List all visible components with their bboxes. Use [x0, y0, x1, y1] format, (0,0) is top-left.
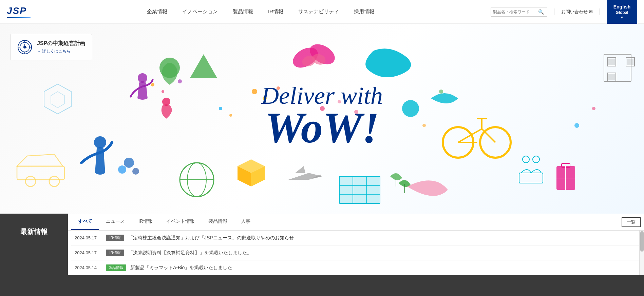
news-item: 2024.05.17 IR情報 「決算説明資料【決算補足資料】」を掲載いたしまし… — [71, 245, 641, 260]
divider — [554, 8, 554, 15]
svg-point-68 — [219, 107, 222, 110]
campaign-box: JSPの中期経営計画 → 詳しくはこちら — [10, 34, 92, 60]
svg-point-65 — [151, 83, 154, 86]
svg-point-23 — [443, 127, 473, 158]
svg-point-32 — [118, 165, 126, 174]
svg-point-34 — [180, 163, 214, 197]
news-tabs: すべて ニュース IR情報 イベント情報 製品情報 人事 一覧 — [68, 214, 644, 231]
svg-rect-50 — [626, 58, 634, 66]
news-item: 2024.05.17 IR情報 「定時株主総会決議通知」および「JSPニュース」… — [71, 231, 641, 245]
hero-text: Deliver with WoW! — [261, 83, 383, 147]
svg-point-17 — [252, 89, 257, 94]
campaign-title: JSPの中期経営計画 — [37, 40, 85, 47]
news-list: 2024.05.17 IR情報 「定時株主総会決議通知」および「JSPニュース」… — [68, 231, 644, 275]
svg-marker-39 — [251, 166, 265, 186]
svg-point-12 — [301, 54, 317, 68]
nav-item-company[interactable]: 企業情報 — [139, 6, 175, 18]
svg-rect-62 — [17, 166, 64, 180]
svg-point-76 — [402, 100, 419, 117]
svg-point-71 — [422, 124, 426, 127]
tab-news[interactable]: ニュース — [99, 214, 132, 230]
main-nav: 企業情報 イノベーション 製品情報 IR情報 サステナビリティ 採用情報 — [139, 6, 382, 18]
svg-rect-54 — [608, 74, 615, 80]
contact-label: お問い合わせ — [561, 9, 588, 15]
svg-point-63 — [25, 176, 36, 186]
svg-point-35 — [187, 163, 206, 197]
news-title[interactable]: 新製品「ミラマットA-Bio」を掲載いたしました — [130, 265, 232, 271]
scrollbar[interactable] — [639, 231, 644, 275]
svg-point-73 — [592, 107, 595, 110]
svg-point-72 — [574, 123, 579, 128]
nav-item-sustainability[interactable]: サステナビリティ — [291, 6, 346, 18]
campaign-icon — [17, 40, 32, 55]
lang-global: Global — [615, 10, 628, 15]
scrollbar-thumb[interactable] — [640, 231, 644, 252]
header-right: 🔍 お問い合わせ ✉ English Global ▼ — [491, 0, 637, 24]
svg-point-56 — [533, 156, 539, 163]
logo-underline — [7, 17, 31, 18]
svg-point-30 — [94, 136, 106, 149]
news-label: 最新情報 — [0, 214, 68, 236]
language-button[interactable]: English Global ▼ — [607, 0, 637, 24]
nav-item-ir[interactable]: IR情報 — [261, 6, 291, 18]
divider2 — [600, 8, 600, 15]
svg-marker-38 — [238, 166, 251, 186]
hero-headline-2: WoW! — [261, 108, 383, 147]
svg-point-55 — [523, 156, 529, 163]
logo[interactable]: JSP — [7, 5, 31, 16]
svg-point-64 — [49, 176, 59, 186]
svg-rect-48 — [604, 54, 631, 81]
news-badge-ir: IR情報 — [106, 250, 124, 256]
svg-point-13 — [311, 52, 327, 66]
svg-rect-59 — [562, 163, 570, 167]
search-button[interactable]: 🔍 — [537, 9, 545, 15]
news-date: 2024.05.17 — [75, 235, 102, 240]
svg-point-10 — [289, 43, 321, 72]
svg-point-70 — [439, 90, 443, 94]
logo-area: JSP — [7, 5, 31, 18]
svg-point-66 — [162, 90, 164, 93]
news-badge-ir: IR情報 — [106, 235, 124, 241]
svg-marker-16 — [190, 54, 217, 78]
bottom-section: 最新情報 すべて ニュース IR情報 イベント情報 製品情報 人事 一覧 202… — [0, 214, 644, 296]
search-box: 🔍 — [491, 7, 547, 17]
news-content: すべて ニュース IR情報 イベント情報 製品情報 人事 一覧 2024.05.… — [68, 214, 644, 275]
tab-products[interactable]: 製品情報 — [202, 214, 234, 230]
svg-point-69 — [229, 114, 232, 117]
news-badge-product: 製品情報 — [106, 264, 126, 271]
svg-point-75 — [162, 98, 170, 106]
lang-english: English — [613, 4, 631, 9]
campaign-link[interactable]: → 詳しくはこちら — [37, 48, 85, 54]
tab-hr[interactable]: 人事 — [234, 214, 257, 230]
svg-rect-52 — [608, 59, 615, 65]
svg-rect-45 — [339, 176, 380, 203]
news-title[interactable]: 「決算説明資料【決算補足資料】」を掲載いたしました。 — [128, 250, 252, 256]
news-item: 2024.05.14 製品情報 新製品「ミラマットA-Bio」を掲載いたしました — [71, 260, 641, 275]
svg-marker-37 — [238, 159, 265, 173]
svg-line-25 — [458, 129, 482, 142]
svg-rect-58 — [556, 166, 575, 190]
search-input[interactable] — [493, 9, 537, 14]
nav-item-innovation[interactable]: イノベーション — [175, 6, 225, 18]
svg-rect-49 — [607, 58, 616, 66]
svg-rect-53 — [627, 59, 633, 65]
tab-ir[interactable]: IR情報 — [132, 214, 159, 230]
nav-item-recruit[interactable]: 採用情報 — [346, 6, 382, 18]
news-title[interactable]: 「定時株主総会決議通知」および「JSPニュース」の郵送取りやめのお知らせ — [128, 235, 294, 241]
tab-all[interactable]: すべて — [71, 214, 99, 230]
list-button[interactable]: 一覧 — [622, 217, 641, 227]
svg-rect-51 — [607, 73, 616, 81]
nav-item-products[interactable]: 製品情報 — [225, 6, 261, 18]
svg-point-24 — [480, 127, 511, 158]
svg-rect-40 — [339, 176, 380, 203]
svg-point-33 — [132, 168, 139, 175]
svg-point-67 — [178, 79, 182, 83]
svg-point-31 — [124, 158, 134, 168]
contact-link[interactable]: お問い合わせ ✉ — [561, 9, 593, 15]
svg-rect-57 — [519, 173, 543, 183]
hero-section: JSPの中期経営計画 → 詳しくはこちら — [0, 24, 644, 214]
svg-point-9 — [159, 58, 180, 78]
tab-events[interactable]: イベント情報 — [159, 214, 202, 230]
news-date: 2024.05.17 — [75, 250, 102, 255]
news-date: 2024.05.14 — [75, 265, 102, 270]
